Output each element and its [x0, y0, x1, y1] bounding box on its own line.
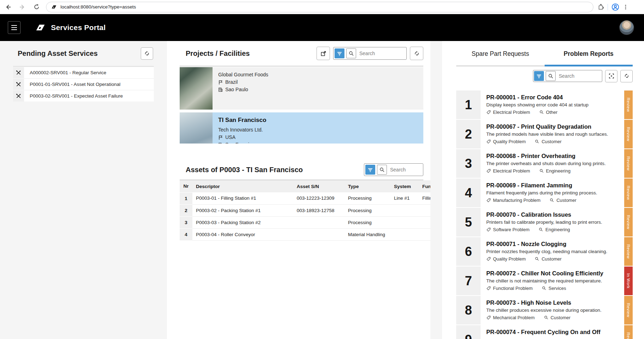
report-category: Customer	[550, 198, 576, 203]
report-title: PR-000070 - Calibration Issues	[486, 211, 619, 218]
back-icon[interactable]	[2, 1, 14, 13]
toolbar-divider	[608, 4, 608, 10]
refresh-button[interactable]	[141, 47, 153, 60]
open-in-new-button[interactable]	[317, 47, 330, 60]
report-category: Services	[542, 286, 566, 291]
flag-icon	[218, 80, 223, 85]
pending-service-item[interactable]: P0003-02-SRV001 - Expected Asset Failure	[13, 90, 154, 101]
problem-report-row[interactable]: 8 PR-000073 - High Noise Levels The chil…	[456, 296, 633, 325]
problem-report-row[interactable]: 5 PR-000070 - Calibration Issues Printer…	[456, 208, 633, 236]
tools-icon	[13, 90, 24, 101]
status-badge: Review	[624, 208, 633, 236]
report-number: 3	[456, 149, 481, 178]
user-avatar[interactable]	[619, 20, 634, 35]
report-category: Customer	[544, 315, 570, 320]
refresh-button[interactable]	[620, 70, 633, 82]
report-number: 8	[456, 296, 481, 325]
cause-icon	[544, 315, 549, 320]
extensions-icon[interactable]	[598, 4, 604, 10]
reports-search-group	[533, 70, 602, 82]
tag-icon	[486, 315, 491, 320]
pending-service-item[interactable]: P0001-01-SRV001 - Asset Not Operational	[13, 79, 154, 90]
projects-search-input[interactable]	[359, 51, 405, 56]
profile-icon[interactable]	[611, 3, 619, 11]
page-content: Pending Asset Services A000002-SRV001 - …	[0, 41, 644, 339]
building-icon	[218, 142, 223, 144]
facility-city: San Francisco	[218, 141, 266, 144]
problem-report-row[interactable]: 3 PR-000068 - Printer Overheating The pr…	[456, 149, 633, 178]
pending-service-item[interactable]: A000002-SRV001 - Regular Service	[13, 67, 154, 78]
problem-report-row[interactable]: 4 PR-000069 - Filament Jamming Filament …	[456, 179, 633, 207]
search-button[interactable]	[377, 165, 387, 175]
status-badge: Review	[624, 120, 633, 148]
facility-city: Sao Paulo	[218, 86, 288, 93]
reports-tabs: Spare Part Requests Problem Reports	[456, 41, 633, 66]
asset-row[interactable]: 3 P0003-03 - Packing Station #2 Processi…	[180, 216, 430, 228]
refresh-button[interactable]	[410, 47, 423, 60]
projects-title: Projects / Facilities	[186, 49, 250, 58]
report-problem-type: Electrical Problem	[486, 168, 530, 174]
filter-button[interactable]	[365, 165, 375, 175]
facility-card[interactable]: Global Foods Sao Paulo Global Gourmet Fo…	[180, 67, 423, 110]
asset-row[interactable]: 2 P0003-02 - Packing Station #1 003-1892…	[180, 204, 430, 216]
problem-report-row[interactable]: 2 PR-000067 - Print Quality Degradation …	[456, 120, 633, 148]
assets-search-input[interactable]	[390, 167, 422, 173]
tab-problem-reports[interactable]: Problem Reports	[545, 41, 633, 66]
url-bar[interactable]: localhost:8080/service?type=assets	[46, 2, 593, 12]
report-problem-type: Mechanical Problem	[486, 315, 535, 320]
report-description: The chiller is not maintaining the requi…	[486, 278, 619, 284]
flag-icon	[218, 135, 223, 140]
report-problem-type: Software Problem	[486, 227, 529, 232]
search-button[interactable]	[546, 71, 556, 81]
report-problem-type: Functional Problem	[486, 286, 533, 291]
status-badge: In Work	[624, 267, 633, 295]
report-number: 1	[456, 90, 481, 119]
problem-reports-list: 1 PR-000001 - Error Code 404 Display kee…	[456, 90, 633, 339]
search-button[interactable]	[346, 48, 356, 58]
cause-icon	[542, 286, 546, 291]
report-title: PR-000074 - Frequent Cycling On and Off	[486, 329, 619, 335]
asset-row[interactable]: 4 P0003-04 - Roller Conveyor Material Ha…	[180, 228, 430, 240]
facility-country: Brazil	[218, 78, 288, 86]
url-text: localhost:8080/service?type=assets	[60, 4, 136, 10]
cause-icon	[539, 169, 544, 173]
asset-row[interactable]: 1 P0003-01 - Filling Station #1 003-1222…	[180, 192, 430, 204]
problem-report-row[interactable]: 9 PR-000074 - Frequent Cycling On and Of…	[456, 325, 633, 339]
browser-toolbar: localhost:8080/service?type=assets	[0, 0, 644, 14]
report-category: Engineering	[539, 168, 570, 174]
menu-button[interactable]	[8, 21, 21, 34]
expand-button[interactable]	[605, 70, 617, 82]
menu-kebab-icon[interactable]	[623, 4, 628, 10]
facility-card-selected[interactable]: TI San Francisco Tech Innovators Ltd. US…	[180, 112, 423, 144]
problem-report-row[interactable]: 7 PR-000072 - Chiller Not Cooling Effici…	[456, 267, 633, 295]
cause-icon	[539, 110, 544, 115]
tag-icon	[486, 139, 491, 144]
facility-company: Global Gourmet Foods	[218, 71, 288, 78]
facility-image	[180, 112, 213, 144]
filter-button[interactable]	[534, 71, 544, 81]
app-logo	[35, 23, 46, 32]
problem-report-row[interactable]: 6 PR-000071 - Nozzle Clogging Printer no…	[456, 237, 633, 266]
report-problem-type: Electrical Problem	[486, 110, 530, 115]
filter-button[interactable]	[335, 48, 344, 58]
tools-icon	[13, 79, 24, 90]
report-problem-type: Quality Problem	[486, 256, 526, 262]
reload-icon[interactable]	[30, 1, 42, 13]
report-number: 4	[456, 179, 481, 207]
pending-services-panel: Pending Asset Services A000002-SRV001 - …	[13, 41, 154, 102]
assets-search-group	[364, 163, 423, 176]
status-badge: Review	[624, 90, 633, 119]
status-badge: Review	[624, 296, 633, 325]
problem-report-row[interactable]: 1 PR-000001 - Error Code 404 Display kee…	[456, 90, 633, 119]
reports-search-input[interactable]	[559, 73, 601, 79]
tab-spare-part-requests[interactable]: Spare Part Requests	[456, 41, 545, 66]
report-category: Other	[539, 110, 558, 115]
forward-icon[interactable]	[16, 1, 28, 13]
tag-icon	[486, 110, 491, 115]
report-description: Printers fail to calibrate properly, lea…	[486, 220, 619, 225]
status-badge: Review	[624, 237, 633, 266]
report-title: PR-000068 - Printer Overheating	[486, 153, 619, 159]
reports-panel: Spare Part Requests Problem Reports	[442, 41, 644, 339]
site-favicon	[51, 5, 57, 10]
report-title: PR-000073 - High Noise Levels	[486, 299, 619, 306]
